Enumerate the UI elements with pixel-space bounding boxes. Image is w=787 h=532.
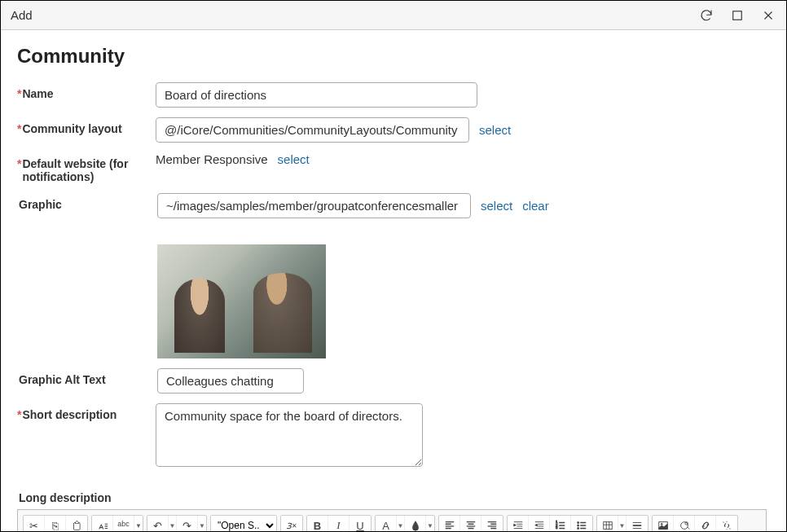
editor-toolbar: ✂ ⎘ 📋︎ abc ▼ ↶ ▼ ↷ ▼ "Open S... ɜ✕ B I U… [17, 509, 767, 531]
graphic-input[interactable] [157, 193, 471, 218]
row-name: * Name [17, 82, 770, 108]
layout-input[interactable] [156, 117, 469, 143]
align-left-icon[interactable] [439, 516, 460, 531]
bgcolor-button[interactable] [405, 516, 426, 531]
row-website: * Default website (for notifications) Me… [17, 152, 770, 183]
content-area: Community * Name * Community layout sele… [1, 30, 786, 531]
undo-icon[interactable]: ↶ [147, 516, 169, 531]
media-icon[interactable] [674, 516, 695, 531]
required-mark: * [17, 87, 21, 100]
bold-button[interactable]: B [307, 516, 328, 531]
italic-button[interactable]: I [328, 516, 350, 531]
unlink-icon[interactable] [716, 516, 737, 531]
table-icon[interactable] [597, 516, 618, 531]
redo-icon[interactable]: ↷ [177, 516, 198, 531]
maximize-icon[interactable] [729, 7, 745, 24]
titlebar: Add [1, 1, 786, 30]
align-center-icon[interactable] [460, 516, 481, 531]
label-name: * Name [17, 82, 156, 100]
indent-icon[interactable] [508, 516, 529, 531]
row-graphic: Graphic select clear [17, 193, 770, 358]
svg-text:3: 3 [555, 525, 557, 530]
label-layout: * Community layout [17, 117, 156, 135]
label-website: * Default website (for notifications) [17, 152, 156, 183]
required-mark: * [17, 122, 21, 135]
page-title: Community [17, 45, 770, 68]
fontcolor-button[interactable]: A [376, 516, 397, 531]
spellcheck-icon[interactable]: abc [113, 516, 134, 531]
fontcolor-dropdown[interactable]: ▼ [397, 516, 405, 531]
clear-format-icon[interactable]: ɜ✕ [281, 516, 302, 531]
row-alt: Graphic Alt Text [17, 368, 770, 394]
graphic-clear-link[interactable]: clear [522, 199, 549, 213]
graphic-select-link[interactable]: select [481, 199, 512, 213]
label-alt: Graphic Alt Text [19, 368, 157, 386]
cut-icon[interactable]: ✂ [24, 516, 45, 531]
svg-point-5 [578, 525, 579, 526]
bgcolor-dropdown[interactable]: ▼ [426, 516, 434, 531]
name-input[interactable] [156, 82, 477, 108]
row-layout: * Community layout select [17, 117, 770, 143]
align-right-icon[interactable] [481, 516, 503, 531]
spellcheck-dropdown[interactable]: ▼ [134, 516, 143, 531]
alt-input[interactable] [157, 368, 304, 394]
table-dropdown[interactable]: ▼ [618, 516, 627, 531]
layout-select-link[interactable]: select [479, 123, 511, 137]
graphic-preview [157, 244, 326, 358]
website-value: Member Responsive [156, 152, 268, 166]
hr-icon[interactable] [627, 516, 648, 531]
link-icon[interactable] [695, 516, 716, 531]
required-mark: * [17, 408, 21, 421]
refresh-icon[interactable] [698, 7, 714, 24]
paste-icon[interactable]: 📋︎ [66, 516, 87, 531]
find-icon[interactable] [92, 516, 113, 531]
close-icon[interactable] [760, 7, 776, 24]
copy-icon[interactable]: ⎘ [45, 516, 66, 531]
svg-point-6 [578, 527, 579, 529]
font-select[interactable]: "Open S... [211, 516, 276, 531]
svg-rect-7 [603, 522, 612, 530]
label-shortdesc: * Short description [17, 403, 156, 421]
svg-point-9 [661, 523, 662, 525]
underline-button[interactable]: U [350, 516, 371, 531]
label-graphic: Graphic [19, 193, 157, 211]
row-shortdesc: * Short description [17, 403, 770, 467]
svg-rect-0 [733, 11, 742, 20]
required-mark: * [17, 157, 21, 183]
website-select-link[interactable]: select [278, 152, 310, 166]
window-controls [698, 7, 776, 24]
undo-dropdown[interactable]: ▼ [169, 516, 177, 531]
label-longdesc: Long description [19, 491, 770, 504]
unordered-list-icon[interactable] [571, 516, 592, 531]
image-icon[interactable] [653, 516, 674, 531]
svg-point-4 [578, 521, 579, 523]
outdent-icon[interactable] [529, 516, 550, 531]
redo-dropdown[interactable]: ▼ [198, 516, 206, 531]
shortdesc-input[interactable] [156, 403, 423, 467]
ordered-list-icon[interactable]: 123 [550, 516, 571, 531]
window-title: Add [11, 8, 33, 22]
svg-point-10 [680, 522, 688, 530]
